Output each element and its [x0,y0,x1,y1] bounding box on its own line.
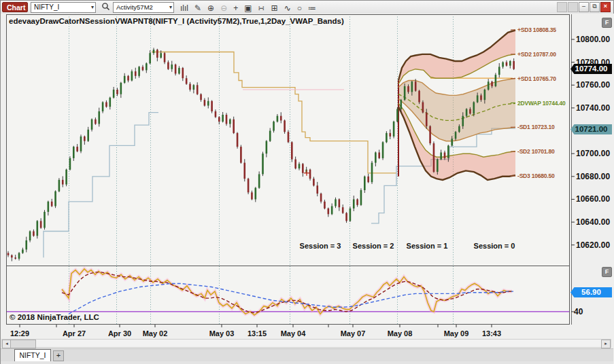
candle [288,132,290,142]
candle [248,179,250,192]
candle [437,160,439,172]
candle [120,83,122,94]
candle [37,221,39,236]
candle [451,139,453,145]
candle [22,249,24,253]
chart-window: Chart NIFTY_I ▾ Activity57M2 ▾ ılıl✎⊕⊖+▣… [0,0,614,364]
candle [280,116,282,121]
candle [269,131,271,141]
candle [309,170,311,179]
tab-bar: NIFTY_I + [1,348,613,362]
candle [266,141,268,154]
candle [335,199,337,206]
candle [466,109,468,116]
candle [135,71,137,76]
candle [455,132,457,139]
candle [84,136,86,141]
candle [149,53,151,63]
candle [138,67,140,75]
candle [447,145,449,158]
candle [164,53,166,62]
candle [349,208,352,221]
candle [277,116,279,122]
scroll-right-button[interactable]: ▸ [601,340,611,348]
candle [233,120,235,133]
candle [87,130,89,141]
candle [48,202,50,212]
candle [11,255,13,257]
candle [171,65,173,69]
candle [345,213,347,221]
candle [186,78,188,84]
candle [382,142,384,158]
candle [189,84,191,90]
candle [7,253,10,255]
candle [91,120,93,130]
candle [175,65,177,73]
candle [393,122,395,136]
candle [458,126,460,132]
candle [342,207,344,213]
candle [116,90,118,94]
candle [193,85,195,90]
candle [51,202,53,206]
candle [69,158,71,170]
candle [396,109,398,122]
scrollbar-thumb[interactable] [10,340,36,348]
candle [506,62,508,66]
candle [513,61,515,69]
candle [328,208,330,214]
candle [167,62,169,69]
candle [375,153,377,163]
candle [62,180,64,185]
candle [80,136,82,151]
panel-features-button-lower[interactable]: F [602,267,612,277]
candle [389,133,391,136]
candle [33,232,35,236]
candle [95,120,97,124]
panel-features-button-main[interactable]: F [602,18,612,28]
candle [429,126,431,143]
candle [371,163,373,183]
candle [182,68,184,78]
add-tab-button[interactable]: + [53,350,64,361]
candle [407,86,409,92]
copyright-label: © 2018 NinjaTrader, LLC [10,313,99,321]
candle [65,170,67,185]
candle [488,81,490,90]
candle [324,202,326,208]
tab-nifty[interactable]: NIFTY_I [14,349,51,361]
candle [127,76,129,81]
candle [98,111,100,124]
candle [207,101,209,106]
candle [73,147,75,158]
candle [433,143,435,172]
candle [124,76,126,83]
candle [211,101,213,111]
candle [273,122,275,130]
candle [240,147,242,163]
candle [495,75,497,86]
candle [153,50,155,53]
candle [400,100,403,109]
candle [226,115,228,124]
horizontal-scrollbar[interactable]: ◂ ▸ [1,339,611,348]
candle [444,153,446,158]
candle [146,63,148,70]
candle [109,98,112,107]
candle [113,90,115,98]
candle [142,67,144,70]
candle [102,103,104,111]
candle [58,180,61,192]
candle [498,67,500,75]
candle [160,53,162,58]
candle [302,164,304,172]
candle [156,50,158,58]
candle [378,153,380,158]
candle [258,174,260,187]
candle [291,142,293,159]
candle [215,111,217,117]
candle [491,81,493,86]
candle [422,103,424,113]
candle [480,95,482,100]
